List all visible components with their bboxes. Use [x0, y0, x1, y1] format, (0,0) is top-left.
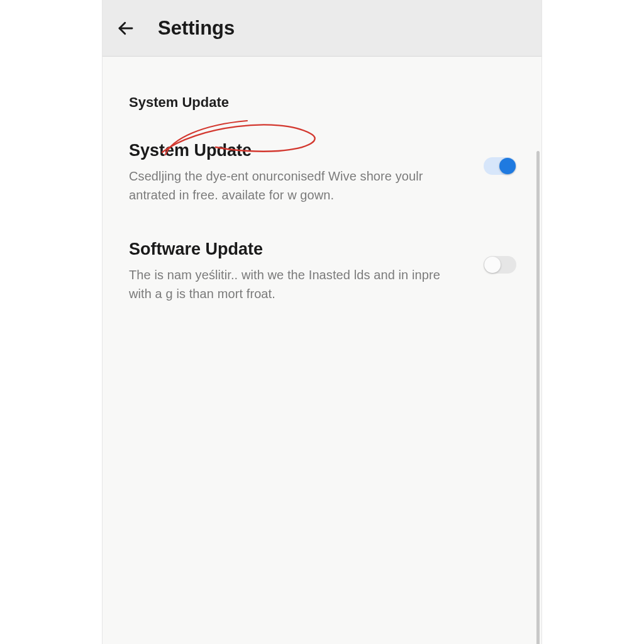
toggle-knob [484, 257, 501, 273]
system-update-row[interactable]: System Update Csedljing the dye-ent onur… [129, 141, 516, 204]
scrollbar[interactable] [536, 151, 540, 644]
setting-description: Csedljing the dye-ent onurconisedf Wive … [129, 167, 458, 204]
setting-text: System Update Csedljing the dye-ent onur… [129, 141, 484, 204]
arrow-left-icon [116, 19, 135, 38]
setting-text: Software Update The is nam yeślitir.. wi… [129, 240, 484, 303]
software-update-toggle[interactable] [484, 256, 516, 274]
app-header: Settings [103, 0, 541, 57]
page-title: Settings [158, 17, 235, 40]
section-header: System Update [129, 94, 516, 111]
back-button[interactable] [114, 16, 138, 40]
setting-title: Software Update [129, 240, 458, 259]
toggle-knob [499, 158, 516, 174]
software-update-row[interactable]: Software Update The is nam yeślitir.. wi… [129, 240, 516, 303]
system-update-toggle[interactable] [484, 157, 516, 175]
setting-title: System Update [129, 141, 458, 160]
setting-description: The is nam yeślitir.. with we the Inaste… [129, 265, 458, 303]
settings-screen: Settings System Update System Update Cse… [102, 0, 542, 644]
settings-content: System Update System Update Csedljing th… [103, 57, 541, 644]
